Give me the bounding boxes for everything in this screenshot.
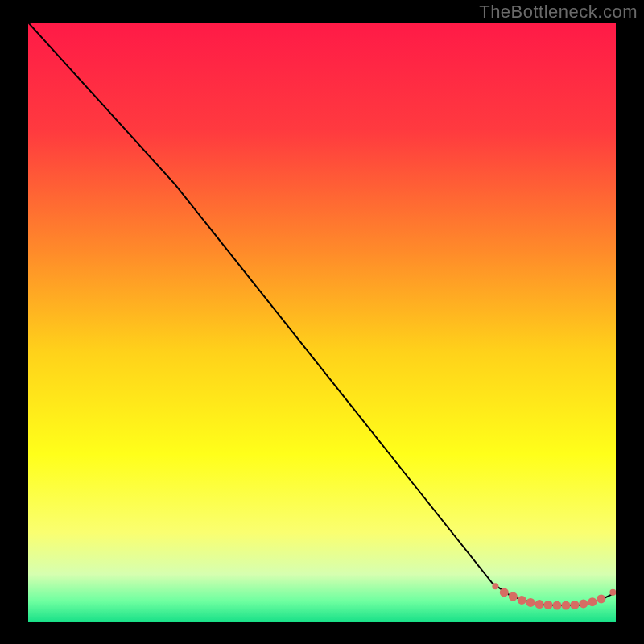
gradient-rect [28, 23, 616, 622]
watermark-text: TheBottleneck.com [479, 2, 638, 23]
marker-dot [579, 599, 588, 608]
marker-dot [526, 598, 535, 607]
chart-svg [28, 23, 616, 622]
marker-dot [492, 583, 498, 589]
marker-dot [553, 601, 562, 610]
marker-dot [588, 597, 597, 606]
chart-frame: TheBottleneck.com [0, 0, 644, 644]
marker-dot [500, 588, 509, 597]
marker-dot [597, 594, 605, 603]
marker-dot [570, 601, 579, 609]
marker-dot [509, 592, 518, 601]
plot-area [28, 23, 616, 622]
marker-dot [544, 601, 553, 609]
marker-dot [535, 600, 544, 609]
marker-dot [518, 596, 526, 605]
marker-dot [562, 601, 571, 610]
